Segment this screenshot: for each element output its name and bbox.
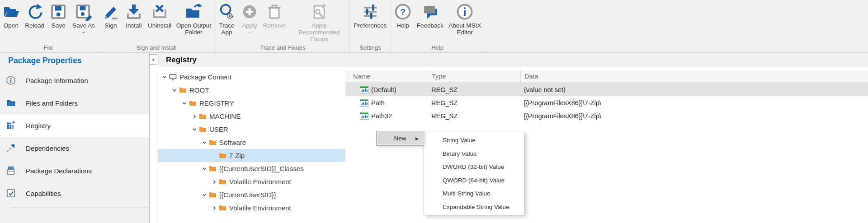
ribbon-button-label: Trace App — [219, 22, 235, 36]
submenu-item[interactable]: String Value — [424, 134, 524, 147]
sidebar-item-label: Dependencies — [26, 144, 69, 152]
table-header: Name Type Data — [345, 70, 868, 83]
open-icon — [2, 3, 20, 21]
sidebar-item-label: Files and Folders — [26, 99, 78, 107]
sidebar-item-package-declarations[interactable]: Package Declarations — [0, 159, 149, 182]
ribbon-button-label: Open Output Folder — [176, 22, 211, 36]
tree-item[interactable]: 7-Zip — [158, 149, 345, 162]
folder-icon — [209, 139, 217, 146]
context-menu-item-new[interactable]: New ▶ — [377, 132, 423, 144]
column-header[interactable]: Data — [520, 70, 868, 83]
tree-item-label: MACHINE — [209, 112, 241, 120]
save-button[interactable]: Save ⌄ — [47, 3, 69, 29]
ribbon-group-label: Trace and Fixups — [216, 44, 349, 51]
ribbon-group-buttons: ? Help ⌄ Feedback ⌄ About — [391, 0, 484, 42]
sidebar-item-package-information[interactable]: Package Information — [0, 69, 149, 92]
column-header[interactable]: Name — [345, 70, 428, 83]
ribbon-group-buttons: Preferences ⌄ — [350, 0, 391, 42]
about-msix-editor-button[interactable]: About MSIX Editor ⌄ — [447, 3, 483, 36]
save-as-button[interactable]: Save As ⌄ — [71, 3, 97, 33]
chevron-right-icon[interactable] — [212, 179, 217, 185]
tree-item[interactable]: ROOT — [158, 84, 345, 97]
uninstall-icon — [151, 3, 169, 21]
reload-icon — [26, 3, 44, 21]
column-header[interactable]: Type — [428, 70, 520, 83]
value-type: REG_SZ — [428, 86, 520, 93]
chevron-down-icon[interactable] — [162, 74, 168, 80]
sidebar-item-capabilities[interactable]: Capabilities — [0, 182, 149, 204]
sidebar-item-files-and-folders[interactable]: Files and Folders — [0, 92, 149, 114]
tree-item[interactable]: Software — [158, 136, 345, 149]
chevron-down-icon[interactable] — [202, 166, 208, 172]
tree-item[interactable]: Volatile Environment — [158, 175, 345, 188]
chevron-down-icon[interactable] — [182, 100, 188, 106]
ribbon-group-buttons: Open ⌄ Reload ⌄ Save ⌄ — [0, 0, 97, 42]
remove-button[interactable]: Remove ⌄ — [261, 3, 287, 29]
sidebar-scrollbar[interactable]: ▲ — [149, 53, 157, 223]
install-button[interactable]: Install ⌄ — [123, 3, 145, 29]
save-icon — [49, 3, 67, 21]
open-button[interactable]: Open ⌄ — [0, 3, 22, 29]
ribbon-button-label: About MSIX Editor — [448, 22, 481, 36]
submenu-item[interactable]: QWORD (64-bit) Value — [424, 174, 524, 187]
tree-item[interactable]: [{CurrentUserSID}]_Classes — [158, 162, 345, 175]
table-row[interactable]: ab (Default) REG_SZ (value not set) — [345, 83, 868, 96]
chevron-down-icon[interactable] — [192, 126, 198, 132]
tree-item-label: 7-Zip — [229, 152, 245, 159]
trace-app-icon — [218, 3, 236, 21]
chevron-down-icon[interactable] — [202, 192, 208, 198]
ribbon-group: Sign ⌄ Install ⌄ Uninstall — [97, 0, 216, 52]
chevron-down-icon[interactable] — [172, 87, 178, 93]
tree-item[interactable]: MACHINE — [158, 110, 345, 123]
ribbon-button-label: Remove — [263, 22, 286, 29]
trace-app-button[interactable]: Trace App ⌄ — [216, 3, 237, 36]
sidebar-title: Package Properties — [0, 53, 149, 69]
open-output-folder-button[interactable]: Open Output Folder ⌄ — [175, 3, 213, 36]
ribbon-button-label: Reload — [25, 22, 44, 29]
monitor-icon — [169, 74, 177, 80]
help-button[interactable]: ? Help ⌄ — [392, 3, 414, 29]
help-icon: ? — [394, 3, 412, 21]
value-data: [{ProgramFilesX86}]\7-Zip\ — [520, 112, 868, 120]
submenu-item[interactable]: Binary Value — [424, 147, 524, 161]
sidebar-item-registry[interactable]: Registry — [0, 114, 149, 137]
submenu-item[interactable]: Expandable String Value — [424, 200, 524, 214]
tree-item[interactable]: [{CurrentUserSID}] — [158, 188, 345, 201]
tree-item[interactable]: REGISTRY — [158, 97, 345, 110]
apply-recommended-fixups-icon — [310, 3, 328, 21]
value-name: Path32 — [371, 112, 392, 120]
tree-item[interactable]: USER — [158, 123, 345, 136]
sidebar-item-label: Package Declarations — [26, 167, 92, 175]
apply-recommended-fixups-button[interactable]: Apply Recommended Fixups ⌄ — [289, 3, 349, 42]
sidebar-item-dependencies[interactable]: Dependencies — [0, 137, 149, 159]
preferences-icon — [361, 3, 379, 21]
ribbon-group: ? Help ⌄ Feedback ⌄ About — [391, 0, 484, 52]
value-type: REG_SZ — [428, 112, 520, 120]
preferences-button[interactable]: Preferences ⌄ — [352, 3, 389, 29]
chevron-right-icon[interactable] — [192, 113, 198, 119]
sign-button[interactable]: Sign ⌄ — [100, 3, 122, 29]
uninstall-button[interactable]: Uninstall ⌄ — [146, 3, 173, 29]
folder-icon — [219, 152, 226, 159]
submenu-item[interactable]: Multi-String Value — [424, 187, 524, 200]
tree-item[interactable]: Volatile Environment — [158, 201, 345, 214]
tree-item-label: [{CurrentUserSID}] — [219, 191, 276, 199]
apply-button[interactable]: Apply ⌄ — [239, 3, 260, 33]
context-submenu: String Value Binary Value DWORD (32-bit)… — [424, 132, 524, 215]
submenu-item[interactable]: DWORD (32-bit) Value — [424, 160, 524, 174]
string-value-icon: ab — [360, 112, 368, 120]
chevron-right-icon[interactable] — [212, 205, 217, 211]
feedback-button[interactable]: Feedback ⌄ — [415, 3, 445, 29]
ribbon-button-label: Apply Recommended Fixups — [291, 22, 348, 42]
table-row[interactable]: ab Path32 REG_SZ [{ProgramFilesX86}]\7-Z… — [345, 109, 868, 122]
declarations-icon — [6, 166, 16, 176]
ribbon-button-label: Save — [52, 22, 66, 29]
chevron-down-icon: ⌄ — [247, 29, 252, 33]
chevron-down-icon[interactable] — [202, 139, 208, 145]
install-icon — [125, 3, 143, 21]
feedback-icon — [421, 3, 439, 21]
tree-item[interactable]: Package Content — [158, 70, 345, 84]
table-row[interactable]: ab Path REG_SZ [{ProgramFilesX86}]\7-Zip… — [345, 96, 868, 109]
reload-button[interactable]: Reload ⌄ — [23, 3, 46, 29]
scroll-up-button[interactable]: ▲ — [150, 54, 157, 65]
